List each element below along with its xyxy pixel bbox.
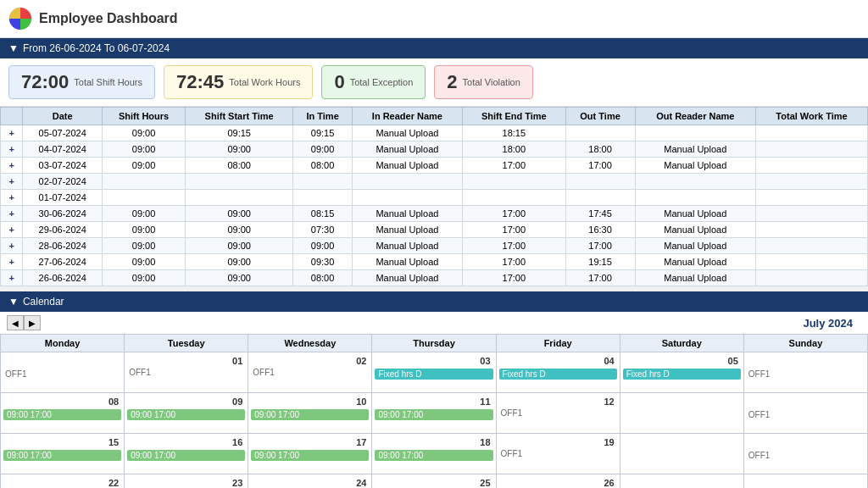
cal-cell[interactable]: 2209:00 17:00: [1, 474, 125, 489]
row-date: 04-07-2024: [23, 141, 103, 158]
row-out-time: 17:00: [565, 238, 635, 254]
row-shift-hours: 09:00: [103, 270, 186, 286]
date-bar: ▼ From 26-06-2024 To 06-07-2024: [0, 38, 868, 58]
row-shift-start: [185, 190, 292, 206]
cal-event-off: OFF1: [747, 450, 865, 461]
row-shift-hours: 09:00: [103, 238, 186, 254]
cal-cell[interactable]: OFF1: [743, 434, 867, 474]
row-shift-start: 09:00: [185, 238, 292, 254]
table-row: + 26-06-2024 09:00 09:00 08:00 Manual Up…: [1, 270, 868, 286]
cal-cell[interactable]: 2409:00 17:00: [248, 474, 372, 489]
cal-cell[interactable]: 26OFF1: [496, 474, 620, 489]
row-out-reader: Manual Upload: [635, 141, 756, 158]
table-row: + 29-06-2024 09:00 09:00 07:30 Manual Up…: [1, 222, 868, 238]
cal-cell[interactable]: [620, 393, 743, 434]
row-in-reader: Manual Upload: [352, 158, 462, 174]
row-shift-start: 09:00: [185, 206, 292, 222]
cal-event-off: OFF1: [499, 408, 617, 419]
row-expand[interactable]: +: [1, 270, 23, 286]
row-expand[interactable]: +: [1, 254, 23, 270]
cal-cell[interactable]: OFF1: [1, 352, 125, 393]
cal-date-num: 11: [375, 396, 492, 408]
row-shift-end: 17:00: [463, 270, 566, 286]
cal-event-green: 09:00 17:00: [127, 450, 245, 461]
row-total-work: [756, 158, 868, 174]
table-row: + 01-07-2024: [1, 190, 868, 206]
cal-cell[interactable]: 1509:00 17:00: [1, 434, 125, 474]
cal-cell[interactable]: 1609:00 17:00: [125, 434, 248, 474]
row-total-work: [756, 141, 868, 158]
cal-cell[interactable]: 04Fixed hrs D: [496, 352, 620, 393]
row-expand[interactable]: +: [1, 190, 23, 206]
stat-work-number: 72:45: [176, 71, 224, 93]
row-out-time: [565, 125, 635, 141]
row-in-reader: Manual Upload: [352, 238, 462, 254]
row-expand[interactable]: +: [1, 238, 23, 254]
cal-cell[interactable]: 2509:00 17:00 Start Time:09:00 End Time:…: [372, 474, 496, 489]
row-shift-end: 17:00: [463, 238, 566, 254]
row-total-work: [756, 190, 868, 206]
row-expand[interactable]: +: [1, 158, 23, 174]
cal-prev-button[interactable]: ◀: [7, 315, 24, 330]
cal-cell[interactable]: 0809:00 17:00: [1, 393, 125, 434]
cal-cell[interactable]: 12OFF1: [496, 393, 620, 434]
cal-date-num: 25: [375, 477, 492, 488]
row-shift-start: 09:00: [185, 270, 292, 286]
row-expand[interactable]: +: [1, 174, 23, 190]
cal-cell[interactable]: OFF1: [743, 393, 867, 434]
cal-cell[interactable]: 1009:00 17:00: [248, 393, 372, 434]
row-out-time: 17:45: [565, 206, 635, 222]
row-in-time: 08:00: [293, 158, 352, 174]
cal-cell[interactable]: 1109:00 17:00: [372, 393, 496, 434]
row-expand[interactable]: +: [1, 206, 23, 222]
row-total-work: [756, 206, 868, 222]
cal-cell[interactable]: 2309:00 17:00: [125, 474, 248, 489]
cal-cell[interactable]: 05Fixed hrs D: [620, 352, 743, 393]
cal-next-button[interactable]: ▶: [24, 315, 41, 330]
cal-cell[interactable]: 1809:00 17:00: [372, 434, 496, 474]
row-out-time: 17:00: [565, 158, 635, 174]
row-expand[interactable]: +: [1, 125, 23, 141]
cal-cell[interactable]: 03Fixed hrs D: [372, 352, 496, 393]
cal-cell[interactable]: OFF1: [743, 474, 867, 489]
row-expand[interactable]: +: [1, 141, 23, 158]
data-table: Date Shift Hours Shift Start Time In Tim…: [0, 107, 868, 286]
cal-cell[interactable]: 02OFF1: [248, 352, 372, 393]
cal-header-row: Monday Tuesday Wednesday Thursday Friday…: [1, 335, 868, 352]
stat-violation-number: 2: [447, 71, 457, 93]
row-in-time: [293, 174, 352, 190]
cal-cell[interactable]: 01OFF1: [125, 352, 248, 393]
calendar-header: ▼ Calendar: [0, 291, 868, 312]
cal-cell[interactable]: 1709:00 17:00: [248, 434, 372, 474]
table-row: + 02-07-2024: [1, 174, 868, 190]
row-date: 27-06-2024: [23, 254, 103, 270]
cal-date-num: 24: [251, 477, 369, 488]
cal-cell[interactable]: 19OFF1: [496, 434, 620, 474]
row-in-reader: [352, 174, 462, 190]
row-out-reader: [635, 125, 756, 141]
stat-violation-label: Total Violation: [463, 77, 520, 87]
row-in-time: 07:30: [293, 222, 352, 238]
cal-date-num: 03: [375, 355, 492, 367]
cal-week-row: OFF101OFF102OFF103Fixed hrs D04Fixed hrs…: [1, 352, 868, 393]
row-shift-hours: 09:00: [103, 158, 186, 174]
cal-cell[interactable]: 0909:00 17:00: [125, 393, 248, 434]
cal-date-num: 15: [3, 436, 121, 448]
calendar-grid: Monday Tuesday Wednesday Thursday Friday…: [0, 334, 868, 488]
row-in-time: 09:00: [293, 238, 352, 254]
cal-event-off: OFF1: [499, 448, 617, 459]
cal-month-title: July 2024: [41, 317, 861, 330]
cal-cell[interactable]: [620, 474, 743, 489]
cal-event-green: 09:00 17:00: [251, 409, 369, 420]
row-shift-hours: 09:00: [103, 141, 186, 158]
cal-cell[interactable]: OFF1: [743, 352, 867, 393]
cal-date-num: 08: [3, 396, 121, 408]
row-out-reader: Manual Upload: [635, 206, 756, 222]
row-expand[interactable]: +: [1, 222, 23, 238]
cal-date-num: 09: [127, 396, 245, 408]
row-date: 05-07-2024: [23, 125, 103, 141]
row-out-reader: Manual Upload: [635, 254, 756, 270]
cal-event-off: OFF1: [747, 409, 865, 420]
cal-cell[interactable]: [620, 434, 743, 474]
row-out-time: 17:00: [565, 270, 635, 286]
